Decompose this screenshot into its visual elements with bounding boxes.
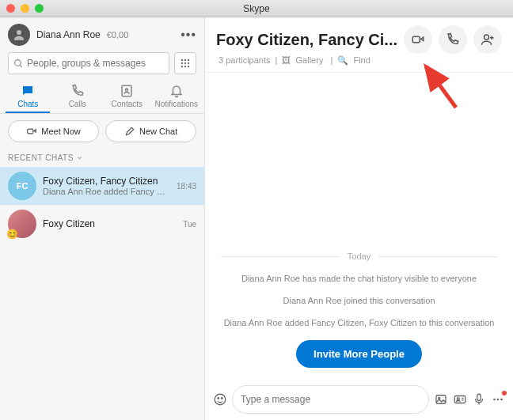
composer [205,379,513,420]
more-options-button[interactable] [491,392,505,407]
add-person-icon [481,32,495,47]
profile-name: Diana Ann Roe [36,29,101,40]
date-divider: Today [221,252,497,261]
audio-call-button[interactable] [439,25,467,54]
svg-point-28 [493,399,496,401]
svg-point-5 [188,59,189,61]
chat-item[interactable]: FC Foxy Citizen, Fancy Citizen Diana Ann… [0,167,204,205]
svg-point-9 [181,66,183,67]
smile-icon [213,392,227,407]
system-message: Diana Ann Roe joined this conversation [283,296,435,305]
chat-icon [21,84,35,98]
svg-point-24 [457,398,459,400]
chat-avatar [8,210,36,238]
svg-point-29 [497,399,500,401]
tab-chats[interactable]: Chats [6,84,50,113]
phone-icon [446,32,460,47]
add-participant-button[interactable] [473,25,502,54]
svg-point-1 [15,59,21,66]
chat-time: 18:43 [177,182,196,191]
chat-avatar: FC [8,172,36,200]
search-field[interactable] [27,58,164,69]
svg-point-0 [17,30,21,35]
invite-more-people-button[interactable]: Invite More People [296,340,422,368]
nav-tabs: Chats Calls Contacts Notifications [0,79,204,114]
balance: €0,00 [107,30,129,40]
contacts-icon [120,84,134,98]
message-input[interactable] [232,385,429,414]
tab-calls[interactable]: Calls [55,84,100,108]
svg-point-13 [126,89,128,91]
svg-rect-21 [436,395,446,404]
image-icon [434,392,448,407]
window-title: Skype [0,3,513,14]
svg-point-30 [500,399,503,401]
chevron-down-icon [76,154,83,161]
tab-contacts[interactable]: Contacts [104,84,149,108]
edit-icon [124,126,135,137]
more-icon[interactable]: ••• [180,28,196,42]
system-message: Diana Ann Roe added Fancy Citizen, Foxy … [224,318,495,327]
svg-line-2 [20,65,22,67]
profile-row[interactable]: Diana Ann Roe €0,00 ••• [0,17,204,52]
conversation-subheader: 3 participants | 🖼 Gallery | 🔍 Find [216,55,502,66]
video-call-button[interactable] [404,25,432,54]
card-icon [453,392,467,407]
message-area: Today Diana Ann Roe has made the chat hi… [205,73,513,379]
recent-chats-header[interactable]: RECENT CHATS [0,149,204,167]
conversation-pane: Foxy Citizen, Fancy Ci... 3 participants… [205,17,513,420]
svg-rect-27 [477,394,481,400]
chat-title: Foxy Citizen, Fancy Citizen [43,176,170,187]
mac-titlebar: Skype [0,0,513,17]
search-icon [13,59,24,69]
voice-message-button[interactable] [472,392,486,407]
video-icon [411,32,425,47]
emoji-button[interactable] [213,392,227,407]
svg-point-4 [184,59,186,61]
contact-card-button[interactable] [453,392,467,407]
sidebar: Diana Ann Roe €0,00 ••• Chats Calls [0,17,205,420]
avatar [8,24,30,46]
svg-point-3 [181,59,183,61]
message-field[interactable] [241,394,420,405]
svg-point-20 [222,398,223,399]
dialpad-icon [180,58,191,69]
svg-point-10 [184,66,186,67]
svg-point-19 [218,398,219,399]
svg-rect-23 [454,396,466,403]
svg-point-16 [484,35,489,40]
microphone-icon [472,392,486,407]
phone-icon [70,84,85,98]
system-message: Diana Ann Roe has made the chat history … [241,274,477,283]
more-icon [491,392,505,407]
chat-title: Foxy Citizen [43,218,177,229]
svg-rect-15 [412,36,420,43]
conversation-title[interactable]: Foxy Citizen, Fancy Ci... [216,31,397,49]
svg-rect-14 [28,129,33,134]
chat-item[interactable]: Foxy Citizen Tue [0,205,204,243]
svg-point-11 [188,66,189,67]
meet-now-button[interactable]: Meet Now [8,120,99,142]
find-link[interactable]: 🔍 Find [335,55,374,65]
gallery-link[interactable]: 🖼 Gallery [279,55,328,65]
tab-notifications[interactable]: Notifications [154,84,199,108]
svg-point-18 [215,394,226,405]
chat-time: Tue [183,220,196,229]
new-chat-button[interactable]: New Chat [105,120,196,142]
chat-subtitle: Diana Ann Roe added Fancy … [43,187,170,196]
svg-point-7 [184,62,186,64]
svg-point-8 [188,62,189,64]
attach-media-button[interactable] [434,392,448,407]
svg-point-6 [181,62,183,64]
bell-icon [169,84,184,98]
dialpad-button[interactable] [174,52,196,74]
conversation-header: Foxy Citizen, Fancy Ci... 3 participants… [205,17,513,73]
video-icon [26,126,37,137]
search-input[interactable] [8,52,169,74]
